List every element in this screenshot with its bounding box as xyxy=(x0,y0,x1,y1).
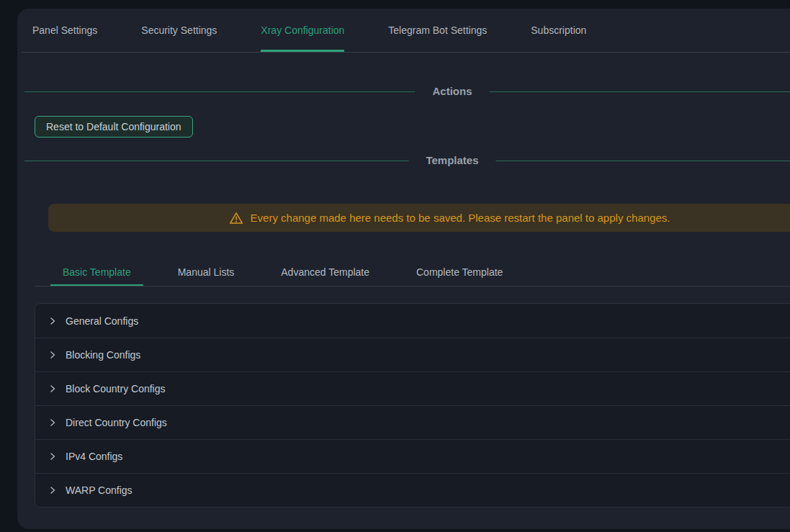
chevron-right-icon xyxy=(48,351,57,359)
chevron-right-icon xyxy=(48,452,57,461)
accordion-header-blocking-configs[interactable]: Blocking Configs xyxy=(35,338,790,371)
accordion-header-warp-configs[interactable]: WARP Configs xyxy=(35,473,790,507)
tab-security-settings[interactable]: Security Settings xyxy=(141,9,217,52)
warning-text: Every change made here needs to be saved… xyxy=(251,212,670,224)
accordion-header-direct-country-configs[interactable]: Direct Country Configs xyxy=(35,405,790,439)
tab-xray-configuration[interactable]: Xray Configuration xyxy=(261,9,344,52)
settings-page: Panel Settings Security Settings Xray Co… xyxy=(0,0,790,532)
template-tab-bar: Basic Template Manual Lists Advanced Tem… xyxy=(35,258,790,287)
actions-divider: Actions xyxy=(24,84,790,99)
restart-warning-banner: Every change made here needs to be saved… xyxy=(48,204,790,232)
config-accordion: General Configs Blocking Configs xyxy=(35,303,790,508)
warning-triangle-icon xyxy=(229,211,243,225)
accordion-label: IPv4 Configs xyxy=(66,451,122,462)
templates-section-title: Templates xyxy=(408,153,495,168)
accordion-header-general-configs[interactable]: General Configs xyxy=(35,304,790,338)
settings-card: Panel Settings Security Settings Xray Co… xyxy=(17,9,790,529)
main-tab-bar: Panel Settings Security Settings Xray Co… xyxy=(21,9,790,53)
accordion-label: Direct Country Configs xyxy=(66,417,167,428)
tab-panel-settings[interactable]: Panel Settings xyxy=(32,9,97,52)
chevron-right-icon xyxy=(48,486,57,495)
templates-divider: Templates xyxy=(24,153,790,168)
accordion-label: General Configs xyxy=(66,315,138,327)
tab-subscription[interactable]: Subscription xyxy=(531,9,586,52)
chevron-right-icon xyxy=(48,384,57,393)
accordion-label: WARP Configs xyxy=(66,484,133,496)
tab-basic-template[interactable]: Basic Template xyxy=(50,258,143,286)
tab-advanced-template[interactable]: Advanced Template xyxy=(269,258,382,286)
tab-complete-template[interactable]: Complete Template xyxy=(404,258,515,286)
accordion-header-block-country-configs[interactable]: Block Country Configs xyxy=(35,371,790,405)
chevron-right-icon xyxy=(48,418,57,427)
tab-manual-lists[interactable]: Manual Lists xyxy=(166,258,247,286)
reset-default-config-button[interactable]: Reset to Default Configuration xyxy=(35,116,193,137)
tab-telegram-bot-settings[interactable]: Telegram Bot Settings xyxy=(388,9,487,52)
actions-section-title: Actions xyxy=(415,84,489,99)
accordion-header-ipv4-configs[interactable]: IPv4 Configs xyxy=(35,439,790,473)
accordion-label: Block Country Configs xyxy=(66,383,166,395)
chevron-right-icon xyxy=(48,317,57,325)
accordion-label: Blocking Configs xyxy=(66,349,140,361)
tab-content: Actions Reset to Default Configuration T… xyxy=(17,84,790,508)
